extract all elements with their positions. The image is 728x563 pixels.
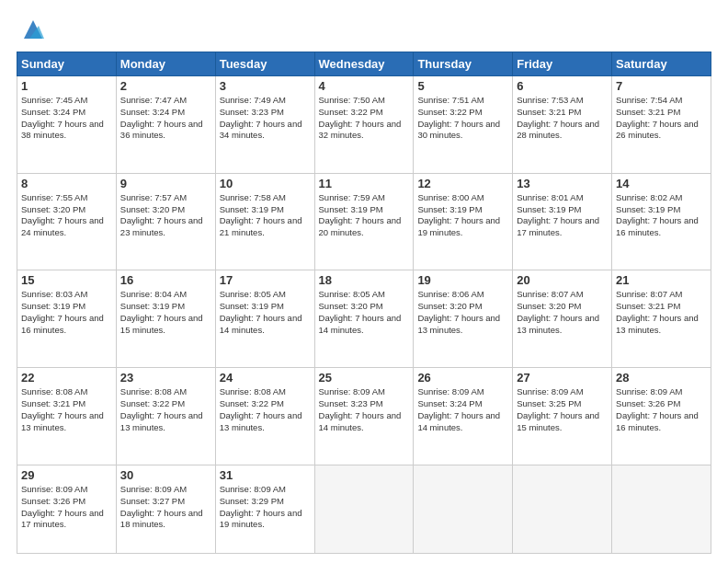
day-info: Sunrise: 7:50 AMSunset: 3:22 PMDaylight:… (319, 95, 402, 140)
week-row-2: 8 Sunrise: 7:55 AMSunset: 3:20 PMDayligh… (17, 173, 711, 270)
day-number: 22 (21, 371, 112, 385)
calendar-cell: 27 Sunrise: 8:09 AMSunset: 3:25 PMDaylig… (513, 368, 612, 465)
day-number: 24 (220, 371, 311, 385)
day-number: 26 (417, 371, 508, 385)
calendar-cell: 17 Sunrise: 8:05 AMSunset: 3:19 PMDaylig… (215, 270, 314, 368)
day-info: Sunrise: 7:45 AMSunset: 3:24 PMDaylight:… (21, 95, 104, 140)
day-number: 3 (220, 79, 311, 93)
day-info: Sunrise: 7:47 AMSunset: 3:24 PMDaylight:… (120, 95, 203, 140)
weekday-header-thursday: Thursday (414, 52, 513, 76)
day-number: 1 (21, 79, 112, 93)
calendar-cell: 11 Sunrise: 7:59 AMSunset: 3:19 PMDaylig… (314, 173, 414, 270)
calendar-cell: 26 Sunrise: 8:09 AMSunset: 3:24 PMDaylig… (414, 368, 513, 465)
weekday-header-friday: Friday (513, 52, 612, 76)
day-info: Sunrise: 8:09 AMSunset: 3:25 PMDaylight:… (517, 386, 599, 431)
calendar-cell: 3 Sunrise: 7:49 AMSunset: 3:23 PMDayligh… (215, 76, 314, 174)
day-number: 20 (517, 273, 608, 287)
weekday-header-tuesday: Tuesday (215, 52, 314, 76)
calendar-cell (314, 465, 414, 553)
day-info: Sunrise: 8:08 AMSunset: 3:21 PMDaylight:… (21, 386, 104, 431)
day-info: Sunrise: 8:09 AMSunset: 3:26 PMDaylight:… (616, 386, 699, 431)
logo-icon (20, 17, 46, 42)
calendar-cell: 18 Sunrise: 8:05 AMSunset: 3:20 PMDaylig… (314, 270, 414, 368)
calendar-cell: 9 Sunrise: 7:57 AMSunset: 3:20 PMDayligh… (116, 173, 215, 270)
day-number: 17 (220, 273, 311, 287)
day-number: 21 (616, 273, 707, 287)
calendar-cell: 13 Sunrise: 8:01 AMSunset: 3:19 PMDaylig… (513, 173, 612, 270)
calendar-cell: 29 Sunrise: 8:09 AMSunset: 3:26 PMDaylig… (17, 465, 117, 553)
day-info: Sunrise: 8:09 AMSunset: 3:29 PMDaylight:… (220, 484, 302, 529)
calendar-cell: 25 Sunrise: 8:09 AMSunset: 3:23 PMDaylig… (314, 368, 414, 465)
day-info: Sunrise: 8:08 AMSunset: 3:22 PMDaylight:… (220, 386, 302, 431)
day-info: Sunrise: 7:59 AMSunset: 3:19 PMDaylight:… (319, 192, 402, 237)
day-info: Sunrise: 8:00 AMSunset: 3:19 PMDaylight:… (417, 192, 500, 237)
day-number: 12 (417, 177, 508, 190)
day-info: Sunrise: 8:08 AMSunset: 3:22 PMDaylight:… (120, 386, 203, 431)
calendar-body: 1 Sunrise: 7:45 AMSunset: 3:24 PMDayligh… (17, 76, 711, 554)
calendar-cell: 4 Sunrise: 7:50 AMSunset: 3:22 PMDayligh… (314, 76, 414, 174)
week-row-3: 15 Sunrise: 8:03 AMSunset: 3:19 PMDaylig… (17, 270, 711, 368)
day-info: Sunrise: 8:03 AMSunset: 3:19 PMDaylight:… (21, 289, 104, 334)
day-number: 23 (120, 371, 211, 385)
day-number: 14 (616, 177, 707, 190)
day-info: Sunrise: 7:57 AMSunset: 3:20 PMDaylight:… (120, 192, 203, 237)
calendar-cell: 14 Sunrise: 8:02 AMSunset: 3:19 PMDaylig… (612, 173, 711, 270)
header (17, 17, 711, 42)
day-number: 8 (21, 177, 112, 190)
weekday-header-sunday: Sunday (17, 52, 117, 76)
day-info: Sunrise: 8:06 AMSunset: 3:20 PMDaylight:… (417, 289, 500, 334)
calendar-cell: 16 Sunrise: 8:04 AMSunset: 3:19 PMDaylig… (116, 270, 215, 368)
day-info: Sunrise: 7:53 AMSunset: 3:21 PMDaylight:… (517, 95, 599, 140)
calendar-cell (414, 465, 513, 553)
weekday-header-row: SundayMondayTuesdayWednesdayThursdayFrid… (17, 52, 711, 76)
day-info: Sunrise: 8:05 AMSunset: 3:20 PMDaylight:… (319, 289, 402, 334)
day-info: Sunrise: 8:05 AMSunset: 3:19 PMDaylight:… (220, 289, 302, 334)
calendar-cell: 31 Sunrise: 8:09 AMSunset: 3:29 PMDaylig… (215, 465, 314, 553)
day-info: Sunrise: 8:09 AMSunset: 3:23 PMDaylight:… (319, 386, 402, 431)
day-number: 15 (21, 273, 112, 287)
day-info: Sunrise: 7:49 AMSunset: 3:23 PMDaylight:… (220, 95, 302, 140)
day-number: 25 (319, 371, 410, 385)
day-info: Sunrise: 7:54 AMSunset: 3:21 PMDaylight:… (616, 95, 699, 140)
day-number: 28 (616, 371, 707, 385)
day-number: 29 (21, 468, 112, 482)
weekday-header-saturday: Saturday (612, 52, 711, 76)
day-info: Sunrise: 8:07 AMSunset: 3:21 PMDaylight:… (616, 289, 699, 334)
week-row-4: 22 Sunrise: 8:08 AMSunset: 3:21 PMDaylig… (17, 368, 711, 465)
calendar-cell: 30 Sunrise: 8:09 AMSunset: 3:27 PMDaylig… (116, 465, 215, 553)
calendar-cell: 22 Sunrise: 8:08 AMSunset: 3:21 PMDaylig… (17, 368, 117, 465)
day-number: 2 (120, 79, 211, 93)
calendar-cell: 8 Sunrise: 7:55 AMSunset: 3:20 PMDayligh… (17, 173, 117, 270)
day-number: 27 (517, 371, 608, 385)
calendar-header: SundayMondayTuesdayWednesdayThursdayFrid… (17, 52, 711, 76)
calendar-cell: 24 Sunrise: 8:08 AMSunset: 3:22 PMDaylig… (215, 368, 314, 465)
calendar-cell: 15 Sunrise: 8:03 AMSunset: 3:19 PMDaylig… (17, 270, 117, 368)
calendar-cell (513, 465, 612, 553)
calendar-cell: 23 Sunrise: 8:08 AMSunset: 3:22 PMDaylig… (116, 368, 215, 465)
day-number: 30 (120, 468, 211, 482)
day-info: Sunrise: 7:55 AMSunset: 3:20 PMDaylight:… (21, 192, 104, 237)
day-number: 18 (319, 273, 410, 287)
calendar-cell: 12 Sunrise: 8:00 AMSunset: 3:19 PMDaylig… (414, 173, 513, 270)
day-info: Sunrise: 8:04 AMSunset: 3:19 PMDaylight:… (120, 289, 203, 334)
day-number: 16 (120, 273, 211, 287)
calendar-table: SundayMondayTuesdayWednesdayThursdayFrid… (17, 52, 711, 554)
day-info: Sunrise: 8:09 AMSunset: 3:26 PMDaylight:… (21, 484, 104, 529)
day-number: 7 (616, 79, 707, 93)
calendar-cell: 7 Sunrise: 7:54 AMSunset: 3:21 PMDayligh… (612, 76, 711, 174)
day-info: Sunrise: 8:02 AMSunset: 3:19 PMDaylight:… (616, 192, 699, 237)
day-info: Sunrise: 7:51 AMSunset: 3:22 PMDaylight:… (417, 95, 500, 140)
weekday-header-wednesday: Wednesday (314, 52, 414, 76)
calendar-cell: 5 Sunrise: 7:51 AMSunset: 3:22 PMDayligh… (414, 76, 513, 174)
day-number: 11 (319, 177, 410, 190)
day-info: Sunrise: 8:09 AMSunset: 3:24 PMDaylight:… (417, 386, 500, 431)
day-number: 4 (319, 79, 410, 93)
page: SundayMondayTuesdayWednesdayThursdayFrid… (0, 0, 728, 563)
day-number: 13 (517, 177, 608, 190)
week-row-5: 29 Sunrise: 8:09 AMSunset: 3:26 PMDaylig… (17, 465, 711, 553)
day-number: 9 (120, 177, 211, 190)
calendar-cell: 21 Sunrise: 8:07 AMSunset: 3:21 PMDaylig… (612, 270, 711, 368)
day-info: Sunrise: 8:01 AMSunset: 3:19 PMDaylight:… (517, 192, 599, 237)
day-number: 10 (220, 177, 311, 190)
day-info: Sunrise: 8:09 AMSunset: 3:27 PMDaylight:… (120, 484, 203, 529)
